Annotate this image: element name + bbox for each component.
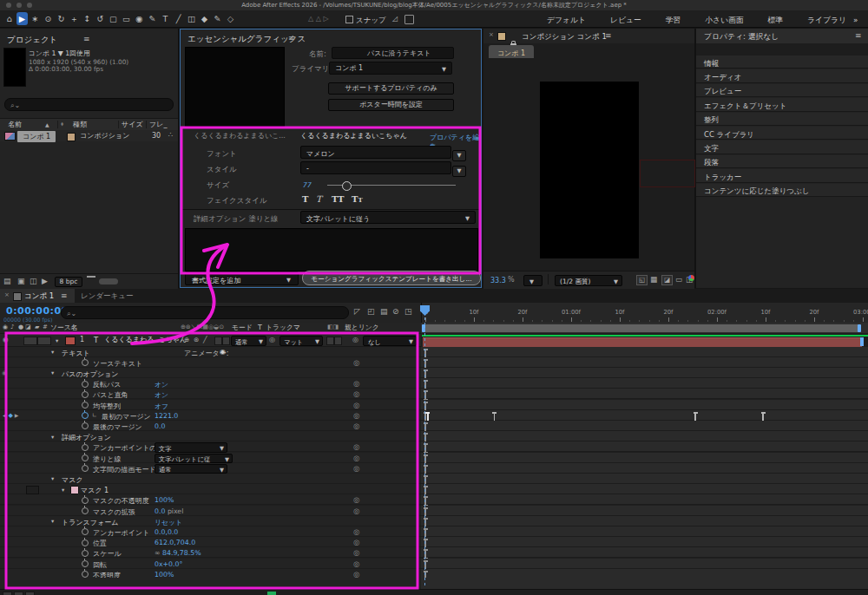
zoom-tool-icon[interactable]: ⊙ xyxy=(43,12,54,25)
pickwhip-icon[interactable]: ◎ xyxy=(353,454,359,462)
link-dimensions-icon[interactable]: ∞ xyxy=(155,549,162,557)
timeline-row-アンカーポイント[interactable]: アンカーポイント0.0,0.0◎ xyxy=(0,526,868,537)
pickwhip-icon[interactable]: ◎ xyxy=(353,507,359,515)
close-icon[interactable]: × xyxy=(489,32,494,38)
trackmatte-dropdown[interactable]: マット ▼ xyxy=(279,336,323,346)
project-search-input[interactable]: ⌕⌄ xyxy=(4,98,174,111)
property-value[interactable]: 100% xyxy=(155,496,174,504)
bone-icons[interactable]: △ △ ▷ xyxy=(308,16,329,23)
mode-column[interactable]: モード xyxy=(232,324,253,331)
properties-item-6[interactable]: CC ライブラリ xyxy=(696,127,868,140)
property-value[interactable]: 0.0 xyxy=(155,422,165,430)
timeline-row-パスと直角[interactable]: パスと直角オン◎ xyxy=(0,389,868,399)
workspace-tab[interactable]: 標準 xyxy=(767,16,783,26)
twirl-open-icon[interactable]: ▾ xyxy=(51,475,54,482)
stopwatch-icon[interactable] xyxy=(82,381,89,388)
stopwatch-icon[interactable] xyxy=(82,391,89,398)
timeline-row-テキスト[interactable]: ▾テキストアニメーター:◉ xyxy=(0,347,868,357)
layer-switch-quality-icon[interactable]: ⊕ xyxy=(184,337,189,343)
eye-icon[interactable]: ◉ xyxy=(2,369,7,376)
close-icon[interactable]: × xyxy=(4,292,10,298)
property-dropdown[interactable]: 文字▼ xyxy=(155,442,227,453)
layer-color-chip[interactable] xyxy=(65,337,76,345)
timeline-row-均等整列[interactable]: 均等整列オフ◎ xyxy=(0,400,868,410)
keyframe-navigator[interactable]: ◀ ◆ ▶ xyxy=(3,412,18,419)
pickwhip-icon[interactable]: ◎ xyxy=(353,401,359,409)
panel-menu-icon[interactable]: ≡ xyxy=(855,32,862,40)
channel-rgb-icon[interactable] xyxy=(688,275,694,281)
time-ruler[interactable]: 0f10f20f01:00f10f20f02:00f10f20f03:00f xyxy=(421,303,868,323)
stopwatch-icon[interactable] xyxy=(82,497,89,504)
shape-tool-icon[interactable]: ▭ xyxy=(121,12,132,25)
comp-quality-dropdown[interactable]: (1/2 画質) ▼ xyxy=(555,275,622,286)
switch-cell[interactable] xyxy=(214,337,222,345)
stopwatch-icon[interactable] xyxy=(82,550,89,557)
timeline-row-塗りと線[interactable]: 塗りと線文字パレットに従▼◎ xyxy=(0,453,868,463)
comp-zoom-dropdown[interactable]: ▼ xyxy=(523,275,542,286)
new-folder-icon[interactable]: ▣ xyxy=(17,278,25,285)
property-dropdown[interactable]: 通常▼ xyxy=(155,464,227,474)
parent-pickwhip-icon[interactable]: ◎ xyxy=(352,337,358,343)
snap-box-icon[interactable] xyxy=(404,15,414,24)
stopwatch-icon[interactable] xyxy=(82,444,89,451)
stopwatch-icon[interactable] xyxy=(82,412,89,419)
workspace-tab[interactable]: 学習 xyxy=(666,16,681,26)
render-queue-tab[interactable]: レンダーキュー xyxy=(81,292,134,300)
toggle-switches-icon[interactable] xyxy=(3,592,12,595)
comp-zoom-value[interactable]: 33.3 xyxy=(490,277,506,284)
playhead-line[interactable] xyxy=(424,312,425,588)
eg-size-slider-knob[interactable] xyxy=(342,181,352,191)
workspace-more[interactable]: » xyxy=(853,16,858,24)
properties-item-8[interactable]: 段落 xyxy=(696,155,868,168)
panel-menu-icon[interactable]: ≡ xyxy=(288,35,295,42)
next-keyframe-icon[interactable]: ▶ xyxy=(15,412,19,418)
workspace-tab[interactable]: レビュー xyxy=(610,16,641,26)
camera-tool-icon[interactable]: ▢ xyxy=(108,12,119,25)
twirl-open-icon[interactable]: ▾ xyxy=(51,518,54,525)
stopwatch-icon[interactable] xyxy=(82,454,89,461)
col-type[interactable]: 種類 xyxy=(73,121,87,128)
twirl-open-icon[interactable]: ▾ xyxy=(51,434,54,441)
stopwatch-icon[interactable] xyxy=(82,539,89,546)
rotation-tool-icon[interactable]: ↺ xyxy=(95,12,106,25)
hide-shy-layers-icon[interactable]: ▤ xyxy=(380,308,388,316)
add-formatting-dropdown[interactable]: 書式設定を追加 ▼ xyxy=(185,271,299,285)
frame-blending-icon[interactable]: ⊘ xyxy=(392,308,399,316)
timeline-tab-comp1[interactable]: × コンポ 1 ≡ xyxy=(0,289,75,303)
keyframe-diamond-icon[interactable]: ◆ xyxy=(9,412,13,419)
layer-switch-effects-icon[interactable]: ⊛ xyxy=(194,337,199,343)
pickwhip-icon[interactable]: ◎ xyxy=(353,495,359,504)
draft-3d-icon[interactable]: ◰ xyxy=(367,308,375,316)
type-tool-icon[interactable]: T xyxy=(160,12,171,25)
audio-solo-cell[interactable] xyxy=(23,337,37,345)
timeline-row-最初のマージン[interactable]: ◀ ◆ ▶∟最初のマージン1221.0◎ xyxy=(0,410,868,421)
layer-row[interactable]: ◉ ▾ 1 T くるくるまわる..こちゃん ⊕ ⊛ ╱ 通常 ▼ ◎ マット ▼ xyxy=(0,334,421,347)
work-area-bar[interactable] xyxy=(424,324,859,332)
layer-bar-end-cap[interactable] xyxy=(860,337,864,347)
project-panel-title[interactable]: プロジェクト xyxy=(7,36,57,44)
faux-italic-icon[interactable]: T xyxy=(316,194,322,204)
timeline-search-input[interactable]: ⌕⌄ xyxy=(61,306,349,319)
comp-viewer-tab[interactable]: コンポ 1 xyxy=(489,45,534,58)
stopwatch-icon[interactable] xyxy=(82,422,89,429)
panel-menu-icon[interactable]: ≡ xyxy=(83,36,90,43)
timeline-row-文字間の描画モード[interactable]: 文字間の描画モード通常▼◎ xyxy=(0,463,868,474)
layer-twirl-icon[interactable]: ▾ xyxy=(56,337,58,344)
pickwhip-icon[interactable]: ◎ xyxy=(353,548,359,557)
brush-tool-icon[interactable]: ╱ xyxy=(173,12,184,25)
properties-header[interactable]: プロパティ: 選択なし ≡ xyxy=(696,29,868,44)
eg-primary-dropdown[interactable]: コンポ 1 ▼ xyxy=(329,62,452,75)
parent-cell[interactable] xyxy=(326,337,334,345)
properties-item-2[interactable]: オーディオ xyxy=(696,69,868,82)
source-name-column[interactable]: ソース名 xyxy=(50,324,78,331)
stopwatch-icon[interactable] xyxy=(82,402,89,409)
timeline-row-アンカーポイントの…[interactable]: アンカーポイントの…文字▼◎ xyxy=(0,441,868,452)
stopwatch-icon[interactable] xyxy=(82,560,89,567)
proxy-icon[interactable]: ▶ xyxy=(42,278,48,285)
twirl-open-icon[interactable]: ▾ xyxy=(62,487,64,494)
toggle-graph-icon[interactable] xyxy=(25,592,35,595)
comp-panel-title[interactable]: コンポジション コンポ 1 xyxy=(522,33,607,41)
timeline-row-回転[interactable]: 回転0x+0.0°◎ xyxy=(0,559,868,569)
properties-item-1[interactable]: 情報 xyxy=(696,56,868,69)
region-of-interest-icon[interactable]: ▭ xyxy=(675,276,682,284)
